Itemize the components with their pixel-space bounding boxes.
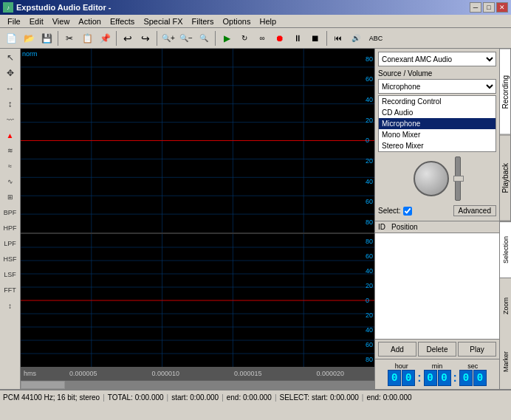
knob-container bbox=[378, 154, 496, 204]
new-button[interactable]: 📄 bbox=[3, 30, 19, 47]
move-tool[interactable]: ✥ bbox=[2, 66, 18, 80]
toolbar-sep2 bbox=[116, 31, 117, 46]
menu-effects[interactable]: Effects bbox=[106, 16, 139, 27]
left-tool-panel: ↖ ✥ ↔ ↕ 〰 ▲ ≋ ≈ ∿ ⊞ BPF HPF LPF HSF LSF … bbox=[0, 49, 21, 389]
marker-tab[interactable]: Marker bbox=[500, 334, 511, 389]
minimize-button[interactable]: ─ bbox=[470, 2, 481, 13]
maximize-button[interactable]: □ bbox=[483, 2, 495, 13]
zoom-tab[interactable]: Zoom bbox=[500, 278, 511, 334]
wave3-tool[interactable]: ∿ bbox=[2, 174, 18, 189]
source-stereo-mixer[interactable]: Stereo Mixer bbox=[379, 140, 495, 151]
y-label-20-bot: 20 bbox=[366, 157, 373, 165]
scrollbar[interactable] bbox=[21, 380, 374, 389]
status-bar: PCM 44100 Hz; 16 bit; stereo | TOTAL: 0:… bbox=[0, 389, 511, 404]
vstretch-tool[interactable]: ↕ bbox=[2, 97, 18, 111]
advanced-button[interactable]: Advanced bbox=[453, 205, 496, 216]
source-cd-audio[interactable]: CD Audio bbox=[379, 107, 495, 118]
add-button[interactable]: Add bbox=[378, 342, 416, 357]
source-recording-control[interactable]: Recording Control bbox=[379, 96, 495, 107]
y2-label-40-bot: 40 bbox=[366, 326, 373, 334]
menu-view[interactable]: View bbox=[48, 16, 75, 27]
status-sep5: | bbox=[362, 393, 364, 402]
menu-edit[interactable]: Edit bbox=[25, 16, 48, 27]
menu-options[interactable]: Options bbox=[219, 16, 256, 27]
y2-label-80-bot: 80 bbox=[366, 356, 373, 363]
selection-tab[interactable]: Selection bbox=[500, 221, 511, 278]
wave1-tool[interactable]: ≋ bbox=[2, 143, 18, 158]
marker-position-label: Position bbox=[391, 223, 418, 231]
source-mono-mixer[interactable]: Mono Mixer bbox=[379, 129, 495, 140]
stop-button[interactable]: ⏹ bbox=[307, 30, 323, 47]
pause-button[interactable]: ⏸ bbox=[289, 30, 306, 47]
draw-tool[interactable]: 〰 bbox=[2, 112, 18, 127]
loop-button[interactable]: ↻ bbox=[236, 30, 253, 47]
source-volume-label: Source / Volume bbox=[378, 69, 496, 78]
misc-tool[interactable]: ↕ bbox=[2, 298, 18, 313]
volume-button[interactable]: 🔊 bbox=[348, 30, 364, 47]
toolbar-sep1 bbox=[58, 31, 58, 46]
device-dropdown[interactable]: Conexant AMC Audio bbox=[378, 52, 496, 66]
lpf-tool[interactable]: LPF bbox=[2, 236, 18, 251]
redo-button[interactable]: ↪ bbox=[137, 30, 154, 47]
hsf-tool[interactable]: HSF bbox=[2, 252, 18, 266]
waveform-top[interactable]: norm bbox=[21, 49, 374, 234]
save-button[interactable]: 💾 bbox=[38, 30, 55, 47]
status-end: end: 0:00.000 bbox=[227, 393, 272, 402]
hpf-tool[interactable]: HPF bbox=[2, 221, 18, 235]
play-button[interactable]: ▶ bbox=[219, 30, 235, 47]
y-label-80-bot: 80 bbox=[366, 218, 373, 226]
time-display: hour 0 0 : min bbox=[375, 359, 499, 389]
playback-tab[interactable]: Playback bbox=[500, 135, 511, 221]
zoom-out-button[interactable]: 🔍− bbox=[178, 30, 194, 47]
toolbar-sep4 bbox=[215, 31, 216, 46]
grid-tool[interactable]: ⊞ bbox=[2, 190, 18, 204]
slider-track[interactable] bbox=[455, 156, 461, 201]
recording-tab[interactable]: Recording bbox=[500, 49, 511, 135]
menu-file[interactable]: File bbox=[3, 16, 25, 27]
zoom-in-button[interactable]: 🔍+ bbox=[160, 30, 176, 47]
lsf-tool[interactable]: LSF bbox=[2, 267, 18, 282]
rewind-button[interactable]: ⏮ bbox=[330, 30, 346, 47]
menu-specialfx[interactable]: Special FX bbox=[139, 16, 187, 27]
volume-knob[interactable] bbox=[414, 161, 449, 196]
open-button[interactable]: 📂 bbox=[21, 30, 37, 47]
source-list: Recording Control CD Audio Microphone Mo… bbox=[378, 95, 496, 152]
waveform-bottom[interactable]: 80 60 40 20 0 20 40 60 80 bbox=[21, 234, 374, 367]
fft-tool[interactable]: FFT bbox=[2, 283, 18, 297]
close-button[interactable]: ✕ bbox=[496, 2, 508, 13]
y-label-40-top: 40 bbox=[366, 96, 373, 103]
marker-id-label: ID bbox=[378, 223, 385, 231]
sec-digit-1: 0 bbox=[459, 370, 473, 386]
paste-button[interactable]: 📌 bbox=[97, 30, 113, 47]
y2-label-20-top: 20 bbox=[366, 282, 373, 289]
marker-header: ID Position bbox=[375, 221, 499, 233]
timeline-mark4: 0.000020 bbox=[316, 370, 344, 377]
select-tool[interactable]: ↖ bbox=[2, 50, 18, 65]
status-total: TOTAL: 0:00.000 bbox=[108, 393, 164, 402]
wave2-tool[interactable]: ≈ bbox=[2, 159, 18, 173]
abc-button[interactable]: ABC bbox=[366, 30, 386, 47]
play-marker-button[interactable]: Play bbox=[458, 342, 496, 357]
delete-button[interactable]: Delete bbox=[418, 342, 456, 357]
copy-button[interactable]: 📋 bbox=[79, 30, 95, 47]
y-label-80-top: 80 bbox=[366, 55, 373, 63]
bpf-tool[interactable]: BPF bbox=[2, 205, 18, 220]
zoom-fit-button[interactable]: 🔍 bbox=[196, 30, 212, 47]
menu-filters[interactable]: Filters bbox=[188, 16, 219, 27]
timeline-hms: hms bbox=[24, 370, 36, 377]
slider-thumb[interactable] bbox=[453, 176, 464, 182]
envelope-tool[interactable]: ▲ bbox=[2, 128, 18, 142]
record-button[interactable]: ⏺ bbox=[272, 30, 288, 47]
right-panel: Conexant AMC Audio Source / Volume Micro… bbox=[374, 49, 511, 389]
select-checkbox[interactable] bbox=[403, 207, 412, 216]
menu-action[interactable]: Action bbox=[74, 16, 106, 27]
colon1: : bbox=[417, 371, 421, 385]
source-microphone[interactable]: Microphone bbox=[379, 118, 495, 129]
menu-help[interactable]: Help bbox=[255, 16, 281, 27]
marker-content[interactable] bbox=[375, 233, 499, 339]
hstretch-tool[interactable]: ↔ bbox=[2, 81, 18, 96]
undo-button[interactable]: ↩ bbox=[120, 30, 136, 47]
cut-button[interactable]: ✂ bbox=[61, 30, 78, 47]
repeat-button[interactable]: ∞ bbox=[254, 30, 270, 47]
source-dropdown[interactable]: Microphone bbox=[378, 79, 496, 94]
